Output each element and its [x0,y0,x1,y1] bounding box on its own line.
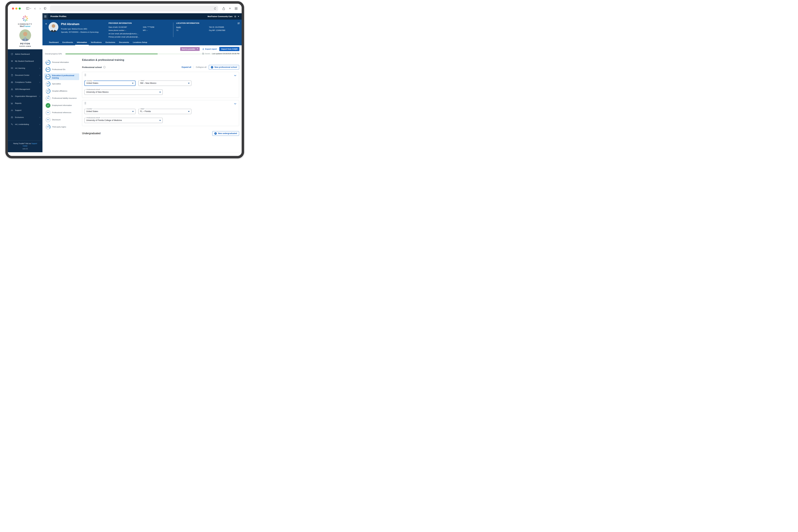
device-frame: ‹ › + [5,1,244,158]
step-disclosure[interactable]: 0% Disclosure [44,116,79,123]
tab-enrollments[interactable]: Enrollments [61,40,75,45]
step-professional-references[interactable]: 0% Professional references [44,109,79,116]
info-icon[interactable]: i [103,66,106,68]
minimize-window-button[interactable] [15,7,17,10]
address-bar[interactable] [50,5,218,11]
switch-location-icon[interactable] [237,22,240,25]
drag-handle-icon[interactable] [84,74,86,76]
sidebar-item-exclusions[interactable]: Exclusions › [8,114,42,121]
app-sidebar: COMMUNITY MedTrainer PEYTON SUPER ADMIN … [8,13,42,152]
action-row: Sent to provider Export report Import fr… [42,45,242,51]
step-progress-ring: 92% [46,74,51,79]
tab-verifications[interactable]: Verifications [89,40,103,45]
expand-chevron-icon: › [39,95,40,97]
forward-button[interactable]: › [39,6,41,11]
url-input[interactable] [52,7,214,10]
export-report-button[interactable]: Export report [202,48,217,50]
step-third-party-logins[interactable]: 37% Third party logins [44,124,79,130]
collapse-header-button[interactable]: « [45,22,47,39]
sidebar-item-document-center[interactable]: Document Center › [8,72,42,79]
sent-to-provider-button[interactable]: Sent to provider [180,47,200,51]
provider-specialty: Specialty: 207V00000X – Obstetrics & Gyn… [61,31,109,34]
sidebar-item-support[interactable]: Support [8,107,42,114]
menu-toggle-button[interactable] [42,13,48,20]
country-select-1[interactable]: Country* United States [84,81,135,86]
collapse-card-button[interactable] [234,102,236,105]
trouble-text: Having Trouble? Visit our [13,142,31,145]
page-title: Provider Profiles [51,15,66,18]
sidebar-menu: Admin Dashboard My Student Dashboard mt … [8,49,42,140]
back-button[interactable]: ‹ [34,6,36,11]
professional-school-select-2[interactable]: Professional school* University of Flori… [84,118,163,123]
plus-icon: + [211,66,213,69]
location-state: TX [176,29,209,32]
step-progress-ring: 58% [46,81,51,86]
step-personal-information[interactable]: 80% Personal information [44,59,79,66]
step-professional-liability-insurance[interactable]: 9% Professional liability insurance [44,95,79,102]
user-role-badge: SUPER ADMIN [9,45,41,47]
sidebar-item-my-student-dashboard[interactable]: My Student Dashboard [8,58,42,64]
tab-documents[interactable]: Documents [117,40,131,45]
sidebar-item-organization-management[interactable]: Organization Management › [8,93,42,100]
dropdown-caret-icon [188,111,190,112]
professional-school-select-1[interactable]: Professional school* University of New M… [84,90,163,95]
step-professional-ids[interactable]: 92% Professional IDs [44,66,79,73]
country-select-2[interactable]: Country* United States [84,109,135,114]
step-progress-ring: 0% [46,110,51,115]
location-city-link[interactable]: Austin [176,25,209,29]
collapse-all-link[interactable]: Collapse all [196,66,207,68]
dropdown-caret-icon [132,83,134,84]
sidebar-item-mt-credentialing[interactable]: mt | credentialing › [8,121,42,128]
save-status: Saved [202,53,210,55]
expand-chevron-icon: › [39,67,40,69]
tab-information[interactable]: Information [75,40,89,45]
provider-mt-email: mt User email: phil.abraham@chcmt.c… [109,32,143,35]
sidebar-item-reports[interactable]: Reports [8,100,42,107]
report-chart-icon [11,102,13,104]
step-specialties[interactable]: 58% Specialties [44,81,79,87]
professional-school-card-2: Country* United States State* FL – Flori… [82,100,239,126]
dropdown-caret-icon [132,111,134,112]
new-tab-button[interactable]: + [229,7,231,10]
window-controls [12,7,21,10]
step-progress-ring: 80% [46,60,51,65]
import-caqh-button[interactable]: Import from CAQH [219,47,240,51]
professional-school-title: Professional school [82,66,102,69]
sidebar-item-compliance-toolkits[interactable]: Compliance Toolkits › [8,79,42,86]
refresh-button[interactable] [214,7,216,10]
provider-information-block: PROVIDER INFORMATION Date of birth: 01/1… [109,22,173,39]
sidebar-item-mt-learning[interactable]: mt | learning › [8,64,42,72]
account-name: MedTrainer Community Care [208,16,232,17]
chevron-down-icon [197,49,198,49]
privacy-shield-icon[interactable] [44,7,46,10]
tab-locations-setup[interactable]: Locations Setup [131,40,149,45]
sidebar-item-sds-management[interactable]: SDS Management [8,86,42,93]
tab-exclusions[interactable]: Exclusions [104,40,117,45]
close-window-button[interactable] [12,7,14,10]
content-area: Sent to provider Export report Import fr… [42,45,242,152]
tab-overview-button[interactable] [235,7,238,10]
share-button[interactable] [222,7,225,10]
account-switcher[interactable]: MedTrainer Community Care [208,15,239,18]
collapse-card-button[interactable] [234,74,236,77]
drag-handle-icon[interactable] [84,102,86,104]
sidebar-toggle-button[interactable] [26,7,31,10]
plus-icon: + [214,132,217,135]
zoom-window-button[interactable] [19,7,21,10]
professional-school-card-1: Country* United States State* NM – New M… [82,72,239,98]
new-undergraduated-button[interactable]: + New undergraduated [212,131,239,136]
new-professional-school-button[interactable]: + New professional school [209,65,239,70]
settings-gear-icon[interactable] [234,15,236,18]
save-icon [202,53,204,55]
expand-all-link[interactable]: Expand all [182,66,191,68]
tab-dashboard[interactable]: Dashboard [47,40,60,45]
step-employment-information[interactable]: ✓ Employment information [44,102,79,109]
state-select-1[interactable]: State* NM – New Mexico [138,81,191,86]
sidebar-item-admin-dashboard[interactable]: Admin Dashboard [8,51,42,58]
provider-identity: Phil Abraham Provider type: Medical Doct… [61,22,109,39]
app-topbar: Provider Profiles MedTrainer Community C… [42,13,242,20]
step-hospital-affiliations[interactable]: 64% Hospital affiliations [44,88,79,94]
step-education-professional-training[interactable]: 92% Education & professional training [44,73,79,80]
state-select-2[interactable]: State* FL – Florida [138,109,191,114]
app-shell: COMMUNITY MedTrainer PEYTON SUPER ADMIN … [8,13,242,152]
